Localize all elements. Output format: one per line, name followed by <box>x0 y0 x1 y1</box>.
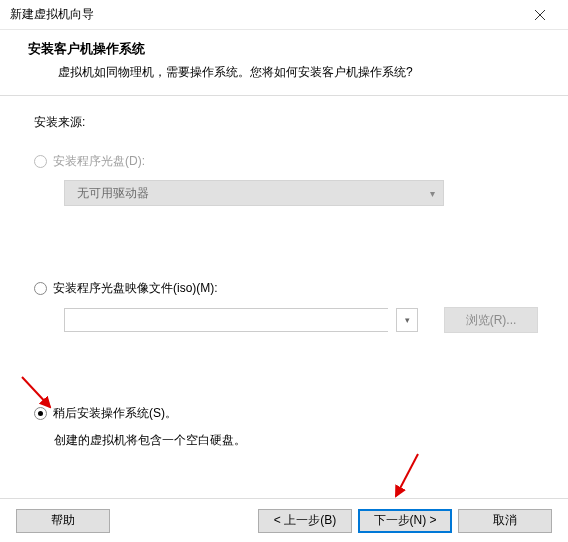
close-button[interactable] <box>520 1 560 29</box>
option-iso-row[interactable]: 安装程序光盘映像文件(iso)(M): <box>34 280 538 297</box>
window-title: 新建虚拟机向导 <box>10 6 94 23</box>
chevron-down-icon: ▾ <box>405 315 410 325</box>
iso-dropdown-button[interactable]: ▾ <box>396 308 418 332</box>
option-later-row[interactable]: 稍后安装操作系统(S)。 <box>34 405 538 422</box>
next-button[interactable]: 下一步(N) > <box>358 509 452 533</box>
option-later-desc: 创建的虚拟机将包含一个空白硬盘。 <box>54 432 538 449</box>
help-button[interactable]: 帮助 <box>16 509 110 533</box>
source-label: 安装来源: <box>34 114 538 131</box>
wizard-header: 安装客户机操作系统 虚拟机如同物理机，需要操作系统。您将如何安装客户机操作系统? <box>0 30 568 96</box>
iso-input-row: ▾ 浏览(R)... <box>64 307 538 333</box>
close-icon <box>535 10 545 20</box>
page-subtitle: 虚拟机如同物理机，需要操作系统。您将如何安装客户机操作系统? <box>58 64 548 81</box>
radio-disc[interactable] <box>34 155 47 168</box>
chevron-down-icon: ▾ <box>430 188 435 199</box>
disc-dropdown-value: 无可用驱动器 <box>77 185 149 202</box>
svg-line-0 <box>22 377 50 407</box>
option-later-group: 稍后安装操作系统(S)。 创建的虚拟机将包含一个空白硬盘。 <box>34 405 538 449</box>
option-disc-label: 安装程序光盘(D): <box>53 153 145 170</box>
titlebar: 新建虚拟机向导 <box>0 0 568 30</box>
page-title: 安装客户机操作系统 <box>28 40 548 58</box>
cancel-button[interactable]: 取消 <box>458 509 552 533</box>
svg-line-1 <box>396 454 418 496</box>
wizard-footer: 帮助 < 上一步(B) 下一步(N) > 取消 <box>0 498 568 542</box>
option-iso-group: 安装程序光盘映像文件(iso)(M): ▾ 浏览(R)... <box>34 280 538 333</box>
option-iso-label: 安装程序光盘映像文件(iso)(M): <box>53 280 218 297</box>
back-button[interactable]: < 上一步(B) <box>258 509 352 533</box>
option-disc-group: 安装程序光盘(D): 无可用驱动器 ▾ <box>34 153 538 206</box>
radio-later[interactable] <box>34 407 47 420</box>
option-disc-row[interactable]: 安装程序光盘(D): <box>34 153 538 170</box>
option-later-label: 稍后安装操作系统(S)。 <box>53 405 177 422</box>
iso-path-input[interactable] <box>64 308 388 332</box>
disc-dropdown[interactable]: 无可用驱动器 ▾ <box>64 180 444 206</box>
browse-button[interactable]: 浏览(R)... <box>444 307 538 333</box>
wizard-body: 安装来源: 安装程序光盘(D): 无可用驱动器 ▾ 安装程序光盘映像文件(iso… <box>0 96 568 449</box>
radio-iso[interactable] <box>34 282 47 295</box>
